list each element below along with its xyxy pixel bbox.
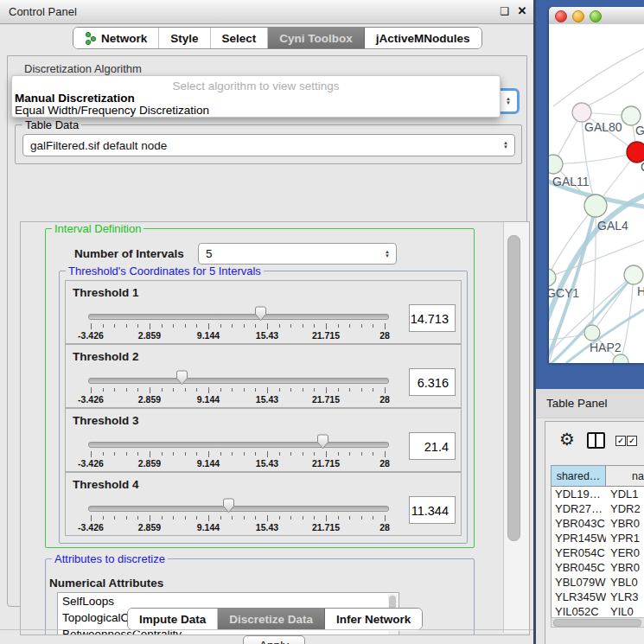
apply-button[interactable]: Apply (243, 635, 305, 644)
slider-track[interactable] (88, 442, 389, 448)
network-icon (85, 32, 97, 45)
tab-select[interactable]: Select (211, 28, 269, 48)
tab-network[interactable]: Network (73, 28, 159, 48)
network-node[interactable] (549, 155, 563, 174)
numerical-attributes-label: Numerical Attributes (49, 577, 163, 590)
table-horizontal-scrollbar[interactable] (551, 617, 644, 628)
cell-shared-name: YBR045C (552, 560, 606, 575)
algorithm-hint: Select algorithm to view settings (12, 80, 500, 92)
network-node[interactable] (584, 325, 600, 341)
thresholds-group-title: Threshold's Coordinates for 5 Intervals (66, 265, 264, 277)
tab-infer-network[interactable]: Infer Network (325, 609, 422, 629)
cell-name: YDL1 (606, 487, 644, 501)
spinner-arrows-icon: ▲▼ (385, 250, 390, 258)
float-window-icon[interactable]: ❑ (498, 4, 512, 18)
network-canvas[interactable]: GAL80GACGAL11GAL4GCY1HHAP2 (549, 24, 644, 363)
table-panel: ⚙ ✓ ✓ shared… na YDL19…YDL1YDR27…YDR2YBR… (545, 421, 644, 644)
tab-label: Select (222, 32, 257, 45)
slider-thumb[interactable] (222, 498, 235, 513)
interval-definition-group-title: Interval Definition (52, 223, 143, 234)
threshold-value-field[interactable]: 21.4 (409, 432, 456, 460)
threshold-label: Threshold 1 (73, 286, 139, 299)
cell-shared-name: YLR345W (552, 590, 606, 604)
table-header-name[interactable]: na (606, 466, 644, 486)
threshold-value-field[interactable]: 11.344 (409, 496, 456, 524)
zoom-traffic-light-icon[interactable] (590, 10, 602, 22)
close-window-icon[interactable]: ✕ (515, 4, 529, 18)
slider-track[interactable] (88, 506, 389, 512)
discretization-algorithm-group-title: Discretization Algorithm (22, 63, 144, 74)
cell-shared-name: YDR27… (552, 501, 606, 516)
network-node[interactable] (572, 103, 591, 122)
slider-thumb[interactable] (175, 370, 188, 386)
cell-shared-name: YDL19… (552, 487, 606, 501)
cell-name: YBL0 (606, 575, 644, 590)
slider-track[interactable] (88, 378, 389, 384)
slider-thumb[interactable] (254, 306, 267, 322)
tab-style[interactable]: Style (159, 28, 210, 48)
slider-tick-labels: -3.4262.8599.14415.4321.71528 (91, 394, 385, 405)
tab-cyni-toolbox[interactable]: Cyni Toolbox (268, 28, 365, 48)
minimize-traffic-light-icon[interactable] (572, 10, 584, 22)
tab-label: Cyni Toolbox (279, 32, 353, 45)
slider-tick-labels: -3.4262.8599.14415.4321.71528 (91, 458, 385, 469)
slider-thumb[interactable] (316, 434, 329, 450)
checkbox-icon[interactable]: ✓ (615, 436, 626, 446)
slider-track[interactable] (88, 314, 389, 320)
threshold-3-panel: Threshold 3-3.4262.8599.14415.4321.71528… (65, 408, 462, 472)
split-columns-icon[interactable] (587, 432, 605, 449)
table-row[interactable]: YBL079WYBL0 (552, 575, 644, 590)
table-header-row: shared… na (552, 466, 644, 487)
network-node-label: C (641, 160, 644, 174)
network-node[interactable] (622, 106, 641, 125)
gear-icon[interactable]: ⚙ (559, 430, 575, 448)
table-row[interactable]: YER054CYER0 (552, 545, 644, 560)
tab-label: Network (101, 32, 147, 45)
screen: Control Panel ❑ ✕ Network Style Select C… (0, 0, 644, 644)
vertical-scrollbar[interactable] (503, 222, 529, 633)
network-node[interactable] (549, 269, 556, 286)
tab-jactivemnodules[interactable]: jActiveMNodules (365, 28, 481, 48)
table-row[interactable]: YDL19…YDL1 (552, 487, 644, 501)
network-node-label: HAP2 (590, 341, 622, 354)
tab-discretize-data[interactable]: Discretize Data (218, 609, 325, 629)
node-table: shared… na YDL19…YDL1YDR27…YDR2YBR043CYB… (551, 465, 644, 618)
tab-label: Style (170, 32, 198, 45)
cell-name: YIL0 (606, 604, 644, 618)
table-panel-title: Table Panel (546, 397, 608, 410)
table-header-shared[interactable]: shared… (552, 466, 606, 486)
checkbox-icon[interactable]: ✓ (627, 436, 637, 446)
table-data-combobox[interactable]: galFiltered.sif default node ▲▼ (22, 134, 515, 156)
algorithm-option-manual[interactable]: Manual Discretization (15, 92, 490, 105)
table-row[interactable]: YDR27…YDR2 (552, 501, 644, 516)
number-of-intervals-spinner[interactable]: 5 ▲▼ (198, 243, 397, 265)
algorithm-option-equal-width[interactable]: Equal Width/Frequency Discretization (15, 104, 490, 117)
threshold-value-field[interactable]: 14.713 (409, 304, 456, 332)
slider-ticks (91, 515, 385, 522)
tab-impute-data[interactable]: Impute Data (128, 609, 218, 629)
algorithm-dropdown-popup: Select algorithm to view settings Manual… (11, 75, 501, 118)
close-traffic-light-icon[interactable] (555, 10, 567, 22)
network-node[interactable] (613, 354, 628, 363)
cell-shared-name: YPR145W (552, 531, 606, 545)
cell-name: YBR0 (606, 516, 644, 531)
tab-label: jActiveMNodules (376, 32, 470, 45)
table-row[interactable]: YIL052CYIL0 (552, 604, 644, 618)
cyni-toolbox-content: Discretization Algorithm ▲▼ Table Data g… (7, 55, 527, 607)
table-row[interactable]: YPR145WYPR1 (552, 531, 644, 545)
table-row[interactable]: YLR345WYLR3 (552, 590, 644, 604)
table-row[interactable]: YBR043CYBR0 (552, 516, 644, 531)
thresholds-group: Threshold's Coordinates for 5 Intervals … (59, 271, 468, 544)
network-node[interactable] (624, 265, 643, 284)
cell-name: YLR3 (606, 590, 644, 604)
network-node-label: GA (635, 124, 644, 137)
network-node-label: GCY1 (549, 286, 579, 300)
table-panel-area: Table Panel ⚙ ✓ ✓ shared… na YDL19…YDL1Y… (536, 389, 644, 644)
attributes-group-title: Attributes to discretize (52, 553, 168, 564)
network-view-area: GAL80GACGAL11GAL4GCY1HHAP2 (536, 0, 644, 389)
threshold-4-panel: Threshold 4-3.4262.8599.14415.4321.71528… (65, 472, 462, 536)
table-row[interactable]: YBR045CYBR0 (552, 560, 644, 575)
tab-label: Infer Network (336, 613, 411, 626)
threshold-value-field[interactable]: 6.316 (409, 368, 456, 396)
network-node[interactable] (584, 194, 607, 217)
